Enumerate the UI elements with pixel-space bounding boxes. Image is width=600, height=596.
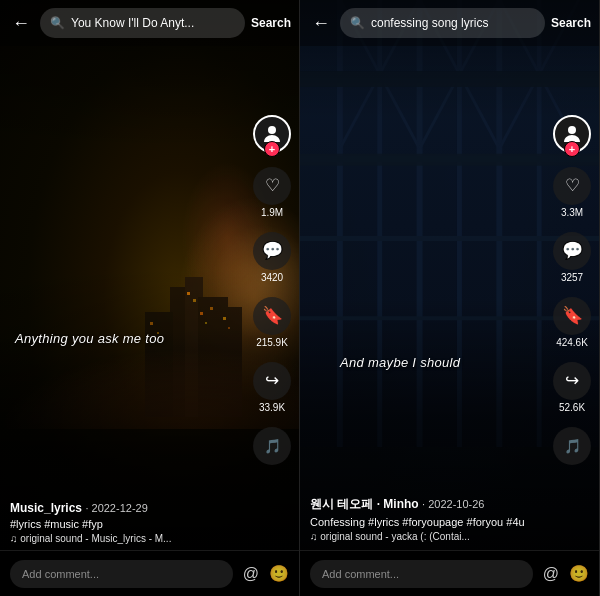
header-right: ← 🔍 confessing song lyrics Search xyxy=(300,0,599,46)
svg-rect-0 xyxy=(170,287,195,417)
username-line-right: 웬시 테오페 · Minho · 2022-10-26 xyxy=(310,496,544,513)
svg-rect-7 xyxy=(200,312,203,315)
bookmark-count-right: 424.6K xyxy=(556,337,588,348)
description-left: #lyrics #music #fyp xyxy=(10,518,244,530)
header-left: ← 🔍 You Know I'll Do Anyt... Search xyxy=(0,0,299,46)
search-bar-left[interactable]: 🔍 You Know I'll Do Anyt... xyxy=(40,8,245,38)
heart-icon-left: ♡ xyxy=(265,175,280,196)
date-left: 2022-12-29 xyxy=(92,502,148,514)
bottom-info-right: 웬시 테오페 · Minho · 2022-10-26 Confessing #… xyxy=(310,496,544,542)
comment-icon-left: 💬 xyxy=(262,240,283,261)
comment-count-right: 3257 xyxy=(561,272,583,283)
follow-badge-right: + xyxy=(564,141,580,157)
actions-right: + ♡ 3.3M 💬 3257 🔖 424.6K ↪ xyxy=(553,115,591,465)
svg-rect-1 xyxy=(185,277,203,417)
music-action-left[interactable]: 🎵 xyxy=(253,427,291,465)
svg-rect-2 xyxy=(198,297,228,417)
like-icon-wrap-right: ♡ xyxy=(553,167,591,205)
share-icon-wrap-right: ↪ xyxy=(553,362,591,400)
share-count-right: 52.6K xyxy=(559,402,585,413)
bookmark-count-left: 215.9K xyxy=(256,337,288,348)
svg-rect-5 xyxy=(187,292,190,295)
share-icon-wrap-left: ↪ xyxy=(253,362,291,400)
svg-rect-6 xyxy=(193,299,196,302)
bookmark-action-left[interactable]: 🔖 215.9K xyxy=(253,297,291,348)
lyric-left: Anything you ask me too xyxy=(15,331,164,346)
search-bar-right[interactable]: 🔍 confessing song lyrics xyxy=(340,8,545,38)
avatar-action-left[interactable]: + xyxy=(253,115,291,153)
actions-left: + ♡ 1.9M 💬 3420 🔖 215.9K ↪ xyxy=(253,115,291,465)
search-button-left[interactable]: Search xyxy=(251,16,291,30)
svg-rect-9 xyxy=(210,307,213,310)
bookmark-icon-wrap-left: 🔖 xyxy=(253,297,291,335)
share-count-left: 33.9K xyxy=(259,402,285,413)
username-part2-right: · Minho xyxy=(377,497,419,511)
comment-bar-right: Add comment... @ 🙂 xyxy=(300,550,599,596)
music-disc-icon-left: 🎵 xyxy=(264,438,281,454)
like-count-right: 3.3M xyxy=(561,207,583,218)
comment-action-right[interactable]: 💬 3257 xyxy=(553,232,591,283)
username-part1-right: 웬시 테오페 xyxy=(310,497,373,511)
search-icon-left: 🔍 xyxy=(50,16,65,30)
svg-point-34 xyxy=(568,126,576,134)
left-panel: ← 🔍 You Know I'll Do Anyt... Search Anyt… xyxy=(0,0,300,596)
search-query-left: You Know I'll Do Anyt... xyxy=(71,16,194,30)
search-button-right[interactable]: Search xyxy=(551,16,591,30)
svg-rect-3 xyxy=(145,312,173,417)
search-icon-right: 🔍 xyxy=(350,16,365,30)
avatar-action-right[interactable]: + xyxy=(553,115,591,153)
like-action-left[interactable]: ♡ 1.9M xyxy=(253,167,291,218)
comment-placeholder-right: Add comment... xyxy=(322,568,399,580)
comment-icon-wrap-left: 💬 xyxy=(253,232,291,270)
search-query-right: confessing song lyrics xyxy=(371,16,488,30)
username-line-left: Music_lyrics · 2022-12-29 xyxy=(10,501,244,515)
share-icon-right: ↪ xyxy=(565,370,579,391)
music-action-right[interactable]: 🎵 xyxy=(553,427,591,465)
lyric-right: And maybe I should xyxy=(340,355,460,370)
sound-left: ♫ original sound - Music_lyrics - M... xyxy=(10,533,244,544)
svg-rect-10 xyxy=(223,317,226,320)
username-left: Music_lyrics xyxy=(10,501,82,515)
svg-rect-11 xyxy=(228,327,230,329)
svg-point-14 xyxy=(268,126,276,134)
like-count-left: 1.9M xyxy=(261,207,283,218)
bookmark-action-right[interactable]: 🔖 424.6K xyxy=(553,297,591,348)
comment-count-left: 3420 xyxy=(261,272,283,283)
like-action-right[interactable]: ♡ 3.3M xyxy=(553,167,591,218)
bookmark-icon-wrap-right: 🔖 xyxy=(553,297,591,335)
comment-icon-right: 💬 xyxy=(562,240,583,261)
music-icon-wrap-left: 🎵 xyxy=(253,427,291,465)
share-action-right[interactable]: ↪ 52.6K xyxy=(553,362,591,413)
like-icon-wrap-left: ♡ xyxy=(253,167,291,205)
comment-bar-left: Add comment... @ 🙂 xyxy=(0,550,299,596)
bottom-info-left: Music_lyrics · 2022-12-29 #lyrics #music… xyxy=(10,501,244,544)
comment-input-left[interactable]: Add comment... xyxy=(10,560,233,588)
svg-rect-8 xyxy=(205,322,207,324)
sound-right: ♫ original sound - yacka (: (Contai... xyxy=(310,531,544,542)
emoji-icon-right[interactable]: 🙂 xyxy=(569,564,589,583)
music-icon-wrap-right: 🎵 xyxy=(553,427,591,465)
emoji-icon-left[interactable]: 🙂 xyxy=(269,564,289,583)
comment-action-left[interactable]: 💬 3420 xyxy=(253,232,291,283)
share-action-left[interactable]: ↪ 33.9K xyxy=(253,362,291,413)
share-icon-left: ↪ xyxy=(265,370,279,391)
date-right: 2022-10-26 xyxy=(428,498,484,510)
at-icon-right[interactable]: @ xyxy=(543,565,559,583)
music-disc-icon-right: 🎵 xyxy=(564,438,581,454)
at-icon-left[interactable]: @ xyxy=(243,565,259,583)
svg-rect-12 xyxy=(150,322,153,325)
heart-icon-right: ♡ xyxy=(565,175,580,196)
right-panel: ← 🔍 confessing song lyrics Search And ma… xyxy=(300,0,600,596)
comment-input-right[interactable]: Add comment... xyxy=(310,560,533,588)
back-button-left[interactable]: ← xyxy=(8,9,34,38)
svg-rect-4 xyxy=(220,307,242,417)
bookmark-icon-left: 🔖 xyxy=(262,305,283,326)
description-right: Confessing #lyrics #foryoupage #foryou #… xyxy=(310,516,544,528)
comment-icons-left: @ 🙂 xyxy=(243,564,289,583)
comment-icon-wrap-right: 💬 xyxy=(553,232,591,270)
comment-placeholder-left: Add comment... xyxy=(22,568,99,580)
back-button-right[interactable]: ← xyxy=(308,9,334,38)
follow-badge-left: + xyxy=(264,141,280,157)
comment-icons-right: @ 🙂 xyxy=(543,564,589,583)
bookmark-icon-right: 🔖 xyxy=(562,305,583,326)
